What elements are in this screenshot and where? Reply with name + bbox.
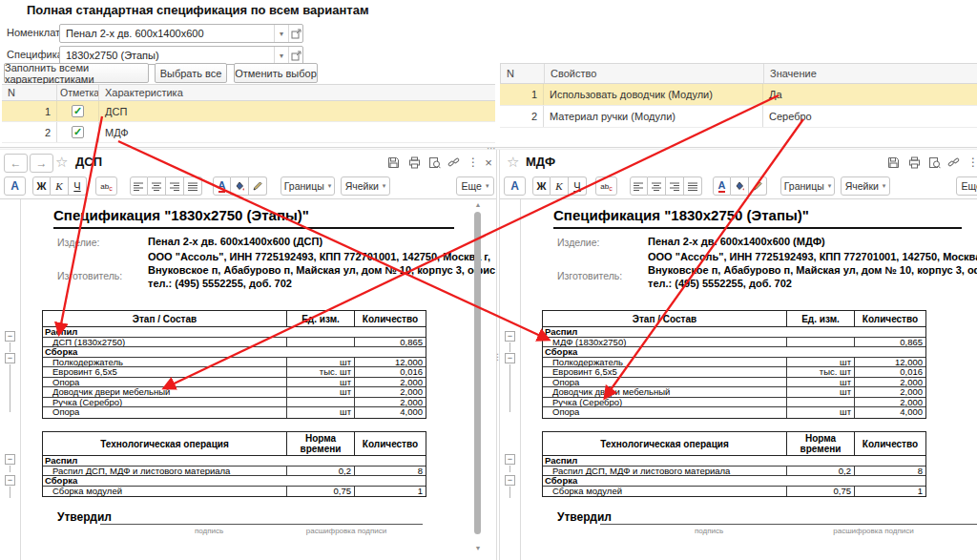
row-checkbox[interactable]: ✓: [72, 126, 84, 138]
table-row[interactable]: Распил ДСП, МДФ и листового материала0,2…: [543, 467, 925, 477]
align-right-button[interactable]: [166, 176, 184, 196]
cells-dropdown[interactable]: Ячейки▾: [341, 176, 390, 196]
col-header-property: Свойство: [545, 64, 764, 83]
table-row[interactable]: ДСП (1830х2750)0,865: [43, 338, 426, 348]
back-icon[interactable]: ←: [4, 154, 28, 173]
characteristic-row-dsp[interactable]: 1 ✓ ДСП: [2, 101, 495, 122]
link-icon[interactable]: [446, 156, 461, 169]
collapse-group-icon[interactable]: −: [505, 353, 515, 363]
text-orientation-button[interactable]: abc: [595, 176, 617, 196]
font-color-button[interactable]: А: [713, 176, 731, 196]
align-left-button[interactable]: [630, 176, 648, 196]
cancel-selection-button[interactable]: Отменить выбор: [234, 63, 318, 83]
table-row[interactable]: Опорашт4,000: [43, 407, 426, 418]
characteristic-row-mdf[interactable]: 2 ✓ МДФ: [2, 122, 495, 143]
more-dropdown[interactable]: Еще▾: [956, 176, 977, 196]
vertical-scrollbar[interactable]: [474, 212, 481, 534]
collapse-group-icon[interactable]: −: [5, 353, 15, 363]
more-dropdown[interactable]: Еще▾: [456, 176, 494, 196]
table-row[interactable]: Доводчик двери мебельныйшт2,000: [543, 387, 925, 398]
pencil-button[interactable]: [249, 176, 267, 196]
more-kebab-icon[interactable]: ⋮: [966, 156, 977, 169]
group-row[interactable]: Распил: [543, 456, 925, 467]
group-row[interactable]: Распил: [43, 456, 426, 467]
close-icon[interactable]: ×: [481, 156, 496, 169]
font-button[interactable]: А: [504, 176, 526, 196]
underline-button[interactable]: Ч: [569, 176, 587, 196]
print-icon[interactable]: [906, 156, 922, 169]
align-right-button[interactable]: [666, 176, 684, 196]
align-center-button[interactable]: [148, 176, 166, 196]
nomenclature-open-icon[interactable]: [288, 25, 302, 42]
align-center-button[interactable]: [648, 176, 666, 196]
favorite-star-icon[interactable]: ☆: [55, 154, 68, 171]
table-row[interactable]: Ручка (Серебро)2,000: [543, 398, 925, 408]
pencil-button[interactable]: [749, 176, 767, 196]
alignment-group: [130, 176, 202, 196]
group-row[interactable]: Распил: [543, 327, 925, 338]
ops-col3-header: Количество: [355, 432, 426, 455]
collapse-group-icon[interactable]: −: [505, 475, 515, 486]
table-row[interactable]: Сборка модулей0,751: [43, 487, 426, 497]
fill-color-button[interactable]: [231, 176, 249, 196]
cells-dropdown[interactable]: Ячейки▾: [841, 176, 890, 196]
collapse-group-icon[interactable]: −: [5, 331, 15, 342]
borders-dropdown[interactable]: Границы▾: [281, 176, 335, 196]
align-justify-button[interactable]: [684, 176, 702, 196]
print-icon[interactable]: [406, 156, 422, 169]
group-row[interactable]: Сборка: [43, 347, 426, 358]
preview-icon[interactable]: [926, 156, 942, 169]
font-button[interactable]: А: [4, 176, 26, 196]
italic-button[interactable]: К: [551, 176, 569, 196]
property-row-closer[interactable]: 1 Использовать доводчик (Модули) Да: [500, 84, 977, 106]
bold-button[interactable]: Ж: [532, 176, 551, 196]
select-all-button[interactable]: Выбрать все: [155, 63, 227, 83]
nomenclature-dropdown-icon[interactable]: ▾: [274, 25, 288, 42]
table-row[interactable]: Опорашт2,000: [43, 378, 426, 388]
align-left-button[interactable]: [130, 176, 148, 196]
preview-icon[interactable]: [426, 156, 442, 169]
table-row[interactable]: МДФ (1830х2750)0,865: [543, 338, 925, 348]
bold-button[interactable]: Ж: [32, 176, 51, 196]
table-row[interactable]: Полкодержательшт12,000: [43, 358, 426, 368]
table-row[interactable]: Ручка (Серебро)2,000: [43, 398, 426, 408]
align-justify-button[interactable]: [184, 176, 202, 196]
fill-color-button[interactable]: [731, 176, 749, 196]
collapse-group-icon[interactable]: −: [5, 454, 15, 465]
row-checkbox[interactable]: ✓: [72, 105, 84, 117]
collapse-group-icon[interactable]: −: [5, 475, 15, 486]
property-row-handle[interactable]: 2 Материал ручки (Модули) Серебро: [500, 106, 977, 128]
nomenclature-combo[interactable]: Пенал 2-х дв. 600х1400х600 ▾: [59, 24, 303, 43]
text-orientation-button[interactable]: abc: [95, 176, 117, 196]
favorite-star-icon[interactable]: ☆: [507, 154, 519, 171]
table-row[interactable]: Евровинт 6,5х5тыс. шт0,016: [43, 367, 426, 378]
font-color-button[interactable]: А: [213, 176, 231, 196]
group-row[interactable]: Распил: [43, 327, 426, 338]
table-row[interactable]: Полкодержательшт12,000: [543, 358, 925, 368]
spec-dropdown-icon[interactable]: ▾: [274, 47, 288, 64]
group-row[interactable]: Сборка: [43, 476, 426, 487]
scroll-up-icon[interactable]: ▲: [473, 201, 483, 208]
collapse-group-icon[interactable]: −: [505, 454, 515, 465]
table-row[interactable]: Опорашт2,000: [543, 378, 925, 388]
underline-button[interactable]: Ч: [69, 176, 87, 196]
table-row[interactable]: Евровинт 6,5х5тыс. шт0,016: [543, 367, 925, 378]
table-row[interactable]: Опорашт4,000: [543, 407, 925, 418]
scroll-down-icon[interactable]: ▼: [473, 545, 483, 551]
table-row[interactable]: Доводчик двери мебельныйшт2,000: [43, 387, 426, 398]
product-label: Изделие:: [57, 237, 100, 248]
save-icon[interactable]: [385, 156, 401, 169]
save-icon[interactable]: [885, 156, 901, 169]
table-row[interactable]: Распил ДСП, МДФ и листового материала0,2…: [43, 467, 426, 477]
group-row[interactable]: Сборка: [543, 476, 925, 487]
fill-all-characteristics-button[interactable]: Заполнить всеми характеристиками: [4, 63, 149, 83]
italic-button[interactable]: К: [51, 176, 69, 196]
borders-dropdown[interactable]: Границы▾: [780, 176, 835, 196]
group-row[interactable]: Сборка: [543, 347, 925, 358]
more-kebab-icon[interactable]: ⋮: [466, 156, 481, 169]
table-row[interactable]: Сборка модулей0,751: [543, 487, 925, 497]
forward-icon[interactable]: →: [30, 154, 53, 173]
collapse-group-icon[interactable]: −: [505, 331, 515, 342]
link-icon[interactable]: [946, 156, 961, 169]
spec-open-icon[interactable]: [288, 47, 302, 64]
